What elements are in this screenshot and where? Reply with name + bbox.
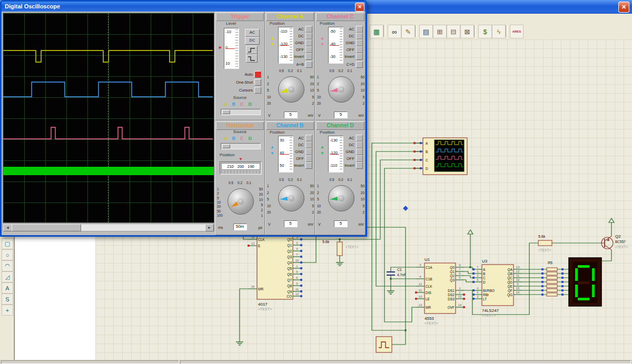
channel-c-knob-dial[interactable] — [328, 76, 354, 103]
goto-sheet-icon[interactable]: ⊠ — [460, 25, 474, 38]
main-close-button[interactable]: ✕ — [618, 2, 629, 13]
channel-a-gnd-button[interactable] — [305, 39, 312, 46]
resistor-body[interactable] — [547, 272, 557, 275]
channel-b-position-up-arrow[interactable]: ▲ — [270, 145, 274, 149]
path-tool[interactable]: ◿ — [2, 271, 13, 282]
channel-a-dc-button[interactable] — [305, 33, 312, 39]
trigger-ac-button[interactable]: AC — [245, 29, 260, 37]
trigger-level-slider[interactable]: -10 0 10 — [224, 28, 239, 69]
pulse-generator[interactable] — [376, 337, 392, 352]
find-component-icon[interactable]: ∞ — [388, 25, 401, 38]
scroll-left-button[interactable]: ◄ — [3, 224, 12, 231]
remove-sheet-icon[interactable]: ⊟ — [447, 25, 460, 38]
channel-b-dc-button[interactable] — [305, 141, 312, 148]
channel-c-ac-button[interactable] — [356, 26, 363, 33]
wire[interactable] — [601, 250, 611, 261]
channel-b-position-down-arrow[interactable]: ▼ — [270, 151, 274, 156]
design-template-icon[interactable]: ▦ — [370, 25, 383, 38]
channel-b-ac-button[interactable] — [305, 135, 312, 141]
horizontal-source-channel-c[interactable]: C — [240, 136, 244, 141]
channel-d-position-up-arrow[interactable]: ▲ — [320, 145, 324, 149]
resistor-body[interactable] — [547, 293, 557, 296]
horizontal-source-channel-a[interactable]: A — [224, 136, 228, 141]
channel-a-position-up-arrow[interactable]: ▲ — [270, 36, 274, 41]
channel-b-invert-button[interactable] — [305, 162, 312, 169]
symbol-tool[interactable]: S — [2, 294, 13, 305]
auto-button[interactable] — [254, 71, 261, 78]
channel-a-knob-dial[interactable] — [278, 76, 304, 103]
wire[interactable] — [372, 143, 423, 330]
scroll-right-button[interactable]: ► — [205, 224, 214, 231]
cursors-button[interactable] — [254, 87, 261, 94]
channel-a-off-button[interactable] — [305, 46, 312, 53]
channel-b-gnd-button[interactable] — [305, 148, 312, 155]
trigger-level-pointer[interactable]: ► — [218, 45, 223, 50]
text-tool[interactable]: A — [2, 282, 13, 294]
trigger-edge-rising-button[interactable] — [246, 46, 258, 54]
channel-b-off-button[interactable] — [305, 155, 312, 162]
horizontal-position-slider[interactable]: 210 200 190 — [220, 161, 262, 175]
channel-d-dc-button[interactable] — [356, 141, 363, 148]
trigger-edge-falling-button[interactable] — [246, 54, 258, 63]
scroll-thumb[interactable] — [12, 224, 81, 231]
channel-c-off-button[interactable] — [356, 46, 363, 53]
channel-c-sum-button[interactable] — [356, 61, 363, 68]
oscilloscope-close-button[interactable]: ✕ — [355, 3, 364, 12]
trigger-source-slider[interactable] — [221, 109, 261, 115]
wire[interactable] — [464, 267, 473, 269]
wire[interactable] — [464, 271, 473, 274]
channel-b-knob-dial[interactable] — [278, 185, 304, 211]
channel-a-invert-button[interactable] — [305, 53, 312, 60]
wire[interactable] — [240, 289, 249, 339]
circle-tool[interactable]: ○ — [2, 249, 13, 260]
resistor-body[interactable] — [547, 285, 557, 288]
bill-of-materials-icon[interactable]: $ — [478, 25, 492, 38]
netlist-to-ares-icon[interactable]: ARES — [510, 25, 524, 38]
channel-d-knob-dial[interactable] — [328, 185, 354, 211]
resistor-body[interactable] — [547, 280, 557, 284]
property-assignment-icon[interactable]: ✎ — [401, 25, 415, 38]
trigger-source-slider-thumb[interactable] — [222, 110, 230, 114]
horizontal-source-channel-d[interactable]: D — [249, 136, 252, 141]
marker-tool[interactable]: + — [2, 305, 13, 316]
arc-tool[interactable]: ◠ — [2, 260, 13, 271]
channel-c-invert-button[interactable] — [356, 53, 363, 60]
channel-a-sum-button[interactable] — [305, 61, 312, 68]
trigger-source-channel-c[interactable]: C — [240, 102, 244, 107]
resistor-5.6k[interactable] — [538, 240, 552, 246]
wire[interactable] — [464, 276, 473, 278]
resistor-5.6k[interactable] — [337, 242, 342, 256]
horizontal-source-slider[interactable] — [221, 143, 261, 149]
channel-a-ac-button[interactable] — [305, 26, 312, 33]
trigger-source-channel-d[interactable]: D — [249, 102, 252, 107]
channel-a-position-down-arrow[interactable]: ▼ — [270, 43, 274, 47]
horizontal-timebase-knob-dial[interactable] — [228, 188, 254, 215]
design-explorer-icon[interactable]: ▤ — [419, 25, 433, 38]
wire[interactable] — [376, 151, 423, 286]
trigger-dc-button[interactable]: DC — [245, 37, 260, 45]
oscilloscope-titlebar[interactable]: Digital Oscilloscope ✕ — [2, 2, 366, 12]
channel-d-position-down-arrow[interactable]: ▼ — [320, 151, 324, 156]
new-sheet-icon[interactable]: ⊞ — [433, 25, 447, 38]
channel-c-gnd-button[interactable] — [356, 39, 363, 46]
wire[interactable] — [464, 280, 473, 282]
wire[interactable] — [391, 267, 416, 272]
horizontal-source-slider-thumb[interactable] — [222, 144, 230, 148]
timebase-scrollbar[interactable]: ◄ ► — [3, 224, 214, 231]
channel-c-position-down-arrow[interactable]: ▼ — [320, 43, 324, 47]
channel-d-off-button[interactable] — [356, 155, 363, 162]
horizontal-source-channel-b[interactable]: B — [232, 136, 236, 141]
channel-d-ac-button[interactable] — [356, 135, 363, 141]
resistor-body[interactable] — [547, 268, 557, 271]
one-shot-button[interactable] — [254, 79, 261, 86]
channel-c-dc-button[interactable] — [356, 33, 363, 39]
channel-c-position-up-arrow[interactable]: ▲ — [320, 36, 324, 41]
trigger-source-channel-b[interactable]: B — [232, 102, 236, 107]
channel-d-gnd-button[interactable] — [356, 148, 363, 155]
box-tool[interactable]: ▢ — [2, 238, 13, 249]
resistor-body[interactable] — [547, 289, 557, 292]
channel-d-invert-button[interactable] — [356, 162, 363, 169]
resistor-body[interactable] — [547, 276, 557, 279]
electrical-rule-check-icon[interactable]: ϟ — [492, 25, 506, 38]
trigger-source-channel-a[interactable]: A — [224, 102, 228, 107]
